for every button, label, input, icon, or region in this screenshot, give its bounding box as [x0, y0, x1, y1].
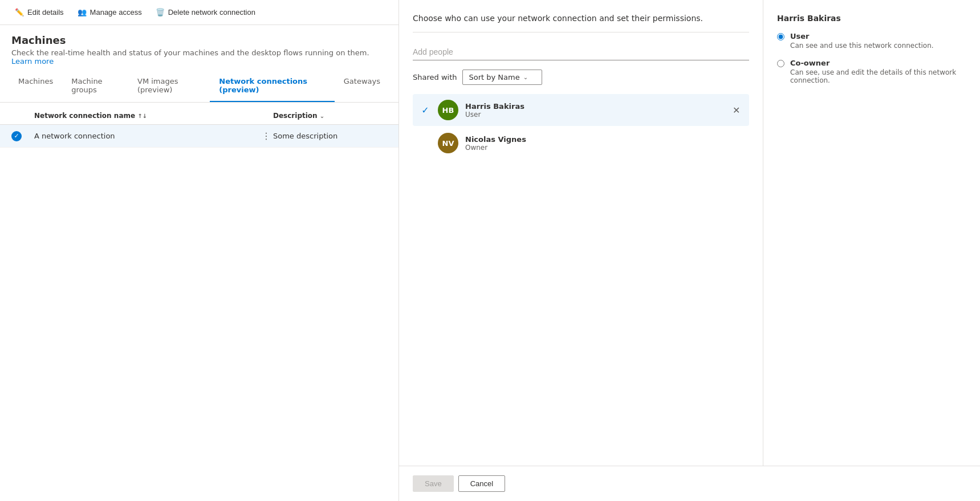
nav-tabs: Machines Machine groups VM images (previ… — [0, 70, 398, 103]
people-list: ✓ HB Harris Bakiras User ✕ NV — [413, 94, 749, 159]
manage-access-button[interactable]: 👥 Manage access — [72, 5, 148, 20]
learn-more-link[interactable]: Learn more — [11, 57, 54, 66]
delete-icon: 🗑️ — [156, 8, 165, 17]
row-check: ✓ — [11, 131, 34, 141]
save-button[interactable]: Save — [413, 475, 454, 492]
permissions-title: Harris Bakiras — [777, 14, 966, 23]
tab-machines[interactable]: Machines — [9, 70, 62, 102]
person-item-hb[interactable]: ✓ HB Harris Bakiras User ✕ — [413, 94, 749, 126]
person-role-nv: Owner — [465, 144, 742, 152]
permissions-panel: Harris Bakiras User Can see and use this… — [777, 14, 966, 84]
row-menu-button[interactable]: ⋮ — [259, 131, 273, 141]
manage-left: Choose who can use your network connecti… — [399, 0, 763, 466]
left-panel: ✏️ Edit details 👥 Manage access 🗑️ Delet… — [0, 0, 399, 501]
edit-icon: ✏️ — [15, 8, 24, 17]
panel-description: Choose who can use your network connecti… — [413, 14, 749, 32]
manage-right: Harris Bakiras User Can see and use this… — [763, 0, 980, 466]
cancel-button[interactable]: Cancel — [458, 475, 505, 492]
permission-coowner-label: Co-owner — [790, 59, 966, 67]
manage-panel: Choose who can use your network connecti… — [399, 0, 980, 466]
permission-option-user: User Can see and use this network connec… — [777, 32, 966, 50]
shared-with-row: Shared with Sort by Name ⌄ — [413, 70, 749, 85]
sort-by-select[interactable]: Sort by Name ⌄ — [462, 70, 542, 85]
person-item-nv[interactable]: NV Nicolas Vignes Owner — [413, 127, 749, 159]
add-people-input[interactable] — [413, 44, 749, 60]
manage-icon: 👥 — [78, 8, 87, 17]
permission-user-radio[interactable] — [777, 33, 784, 40]
page-subtitle: Check the real-time health and status of… — [11, 48, 387, 66]
person-name-nv: Nicolas Vignes — [465, 135, 742, 144]
shared-with-label: Shared with — [413, 73, 457, 82]
page-title: Machines — [11, 34, 387, 46]
desc-sort-icon[interactable]: ⌄ — [320, 113, 324, 119]
page-title-area: Machines Check the real-time health and … — [0, 25, 398, 70]
delete-network-button[interactable]: 🗑️ Delete network connection — [150, 5, 261, 20]
person-info-nv: Nicolas Vignes Owner — [465, 135, 742, 152]
avatar-nv: NV — [438, 133, 458, 153]
check-circle-icon: ✓ — [11, 131, 22, 141]
table-container: Network connection name ↑↓ Description ⌄… — [0, 107, 398, 148]
avatar-hb: HB — [438, 100, 458, 120]
tab-vm-images[interactable]: VM images (preview) — [128, 70, 210, 102]
blue-check-icon: ✓ — [421, 105, 429, 116]
header-desc-col: Description ⌄ — [273, 112, 387, 120]
permission-user-label: User — [790, 32, 934, 40]
tab-network-connections[interactable]: Network connections (preview) — [210, 70, 334, 102]
permission-user-info: User Can see and use this network connec… — [790, 32, 934, 50]
name-sort-icon[interactable]: ↑↓ — [137, 113, 147, 119]
content-area: Network connection name ↑↓ Description ⌄… — [0, 103, 398, 501]
tab-machine-groups[interactable]: Machine groups — [62, 70, 128, 102]
person-role-hb: User — [465, 111, 723, 119]
sort-select-arrow-icon: ⌄ — [523, 74, 528, 80]
row-description: Some description — [273, 132, 387, 140]
permission-coowner-radio[interactable] — [777, 60, 784, 67]
row-name: A network connection — [34, 132, 259, 140]
tab-gateways[interactable]: Gateways — [335, 70, 389, 102]
right-panel: Choose who can use your network connecti… — [399, 0, 980, 501]
table-header: Network connection name ↑↓ Description ⌄ — [0, 107, 398, 125]
toolbar: ✏️ Edit details 👥 Manage access 🗑️ Delet… — [0, 0, 398, 25]
person-selected-check: ✓ — [420, 105, 431, 116]
person-name-hb: Harris Bakiras — [465, 102, 723, 111]
permission-coowner-info: Co-owner Can see, use and edit the detai… — [790, 59, 966, 84]
remove-person-hb-button[interactable]: ✕ — [730, 103, 742, 118]
edit-details-button[interactable]: ✏️ Edit details — [9, 5, 70, 20]
table-row[interactable]: ✓ A network connection ⋮ Some descriptio… — [0, 125, 398, 148]
permission-user-desc: Can see and use this network connection. — [790, 42, 934, 50]
permission-coowner-desc: Can see, use and edit the details of thi… — [790, 68, 966, 84]
header-name-col: Network connection name ↑↓ — [34, 112, 273, 120]
panel-footer: Save Cancel — [399, 466, 980, 501]
permission-option-coowner: Co-owner Can see, use and edit the detai… — [777, 59, 966, 84]
person-info-hb: Harris Bakiras User — [465, 102, 723, 119]
